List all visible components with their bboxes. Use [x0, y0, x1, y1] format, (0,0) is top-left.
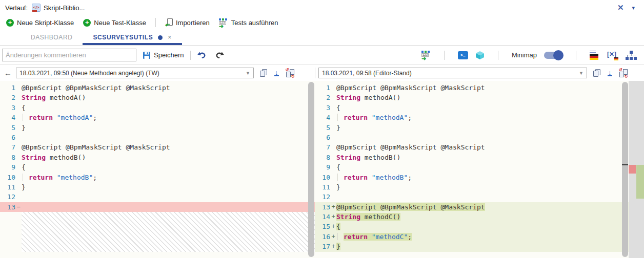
- run-tests-button[interactable]: 123 ➜ Tests ausführen: [219, 18, 278, 27]
- diff-view: 1@BpmScript @BpmMaskScript @MaskScript2S…: [0, 81, 644, 258]
- code-text: String methodB(): [22, 153, 315, 162]
- code-line: 3{: [0, 103, 315, 113]
- copy-icon[interactable]: [593, 69, 600, 77]
- right-scrollbar[interactable]: [621, 81, 629, 258]
- ruler-deleted-marker[interactable]: [629, 165, 636, 174]
- diff-marker: [15, 103, 22, 113]
- diff-marker: [330, 123, 336, 133]
- code-text: }: [22, 123, 315, 133]
- line-number: 16: [315, 232, 330, 242]
- line-number: 10: [0, 173, 15, 182]
- code-text: {: [22, 103, 315, 113]
- object-browser-button[interactable]: [475, 51, 485, 60]
- structure-button[interactable]: [626, 51, 637, 60]
- terminal-icon: >_: [458, 51, 468, 59]
- overview-ruler[interactable]: [629, 81, 644, 258]
- copy-icon[interactable]: [260, 69, 267, 77]
- select-chevron-icon: ▼: [246, 71, 250, 76]
- right-version-group: 18.03.2021, 09:58 (Editor-Stand) ▼ ↓ ↻↺: [315, 68, 644, 78]
- back-arrow-icon[interactable]: ←: [4, 69, 12, 77]
- hierarchy-icon: [626, 51, 637, 60]
- code-line: 11}: [315, 182, 644, 192]
- code-text: [22, 133, 315, 142]
- compare-restore-icon[interactable]: ↻↺: [619, 69, 628, 77]
- diff-marker: [330, 93, 336, 102]
- close-icon[interactable]: ✕: [617, 3, 624, 12]
- diff-marker: +: [330, 212, 336, 222]
- right-version-select[interactable]: 18.03.2021, 09:58 (Editor-Stand) ▼: [318, 68, 587, 78]
- run-tests-quick-button[interactable]: 123 ➜: [421, 51, 431, 59]
- diff-marker: [15, 83, 22, 93]
- code-text: }: [336, 182, 644, 192]
- document-title: Skript-Biblio...: [44, 4, 85, 12]
- code-line: 12: [0, 192, 315, 202]
- comment-input[interactable]: [2, 49, 136, 61]
- line-number: 8: [0, 153, 15, 162]
- line-number: 9: [315, 162, 330, 172]
- code-text: return "methodB";: [336, 173, 644, 182]
- scrollbar-thumb[interactable]: [622, 82, 628, 257]
- cube-icon: [475, 51, 485, 60]
- code-line: 6: [0, 133, 315, 142]
- new-script-class-button[interactable]: + Neue Skript-Klasse: [6, 19, 74, 27]
- line-number: 1: [0, 83, 15, 93]
- left-version-select[interactable]: 18.03.2021, 09:50 (Neue Methoden angeleg…: [16, 68, 254, 78]
- tab-label: DASHBOARD: [31, 34, 72, 41]
- ruler-added-marker[interactable]: [636, 165, 644, 199]
- code-line: 2String methodA(): [0, 93, 315, 102]
- chevron-down-icon[interactable]: ▾: [632, 5, 635, 11]
- diff-marker: [15, 142, 22, 152]
- window-header: Verlauf: </> Skript-Biblio... ✕ ▾: [0, 0, 644, 15]
- line-number: 3: [315, 103, 330, 113]
- redo-button[interactable]: [215, 51, 225, 59]
- history-label: Verlauf:: [5, 4, 28, 12]
- diff-marker: +: [330, 242, 336, 251]
- undo-button[interactable]: [197, 51, 207, 59]
- code-text: @BpmScript @BpmMaskScript @MaskScript: [336, 83, 644, 93]
- left-scrollbar[interactable]: [308, 81, 315, 258]
- diff-marker: +: [330, 202, 336, 212]
- diff-marker: [330, 113, 336, 122]
- import-label: Importieren: [176, 19, 210, 27]
- download-icon[interactable]: ↓: [274, 70, 279, 76]
- right-version-value: 18.03.2021, 09:58 (Editor-Stand): [322, 70, 576, 77]
- import-button[interactable]: ⬐ Importieren: [165, 18, 210, 27]
- console-button[interactable]: >_: [458, 51, 468, 59]
- tab-dashboard[interactable]: DASHBOARD: [21, 30, 83, 45]
- code-line: 11}: [0, 182, 315, 192]
- diff-pane-old: 1@BpmScript @BpmMaskScript @MaskScript2S…: [0, 81, 315, 258]
- line-number: 7: [315, 142, 330, 152]
- compare-restore-icon[interactable]: ↻↺: [286, 69, 294, 77]
- diff-marker: +: [330, 232, 336, 242]
- diff-marker: [15, 93, 22, 102]
- code-line: 1@BpmScript @BpmMaskScript @MaskScript: [315, 83, 644, 93]
- tab-close-icon[interactable]: ×: [168, 34, 172, 41]
- diff-marker: [330, 173, 336, 182]
- code-text: [22, 192, 315, 202]
- code-text: @BpmScript @BpmMaskScript @MaskScript: [336, 142, 644, 152]
- export-translations-button[interactable]: [✕]: [607, 51, 618, 60]
- minimap-toggle[interactable]: [544, 52, 562, 59]
- code-line: 15+{: [315, 222, 644, 231]
- save-button[interactable]: Speichern: [143, 51, 184, 59]
- left-version-group: ← 18.03.2021, 09:50 (Neue Methoden angel…: [0, 68, 315, 78]
- editor-toolbar: Speichern 123 ➜ >_: [0, 46, 644, 65]
- unsaved-dot-icon: [158, 35, 163, 40]
- version-bar: ← 18.03.2021, 09:50 (Neue Methoden angel…: [0, 65, 644, 81]
- code-text: String methodA(): [336, 93, 644, 102]
- language-button[interactable]: [590, 51, 600, 60]
- run-tests-icon: 123 ➜: [421, 51, 431, 59]
- diff-marker: [15, 192, 22, 202]
- new-test-class-button[interactable]: + Neue Test-Klasse: [83, 19, 146, 27]
- diff-marker: [330, 162, 336, 172]
- scrollbar-thumb[interactable]: [308, 82, 314, 257]
- save-label: Speichern: [154, 51, 184, 59]
- import-icon: ⬐: [165, 18, 173, 27]
- line-number: 2: [0, 93, 15, 102]
- new-test-class-label: Neue Test-Klasse: [94, 19, 146, 27]
- tab-scsurveysutils[interactable]: SCSURVEYSUTILS ×: [83, 30, 182, 45]
- download-icon[interactable]: ↓: [608, 70, 612, 76]
- code-text: {: [336, 162, 644, 172]
- code-text: [336, 133, 644, 142]
- line-number: 13: [0, 202, 15, 212]
